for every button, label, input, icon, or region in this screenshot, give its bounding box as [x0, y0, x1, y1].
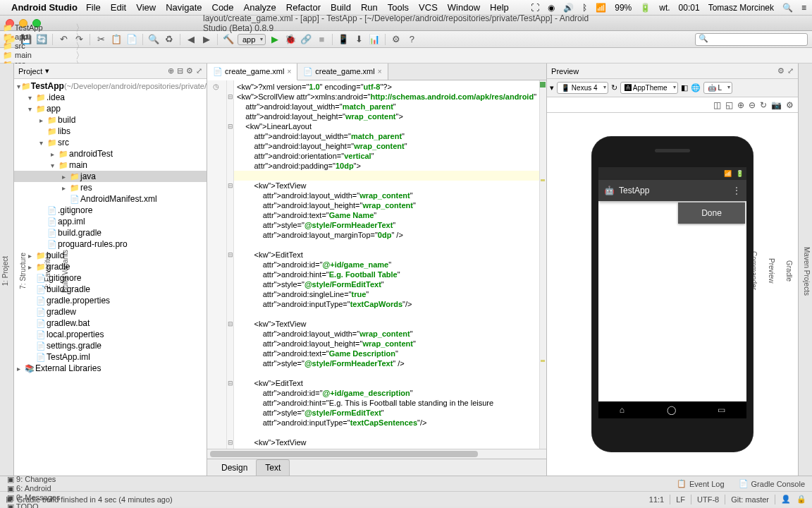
tree-node[interactable]: ▾📁 app [14, 103, 207, 114]
tree-node[interactable]: 📄 TestApp.iml [14, 351, 207, 363]
hide-icon[interactable]: ⤢ [787, 66, 794, 75]
event-log-tab[interactable]: 📋 Event Log [670, 479, 732, 488]
editor-tab[interactable]: 📄 create_game.xml × [297, 64, 388, 80]
menu-build[interactable]: Build [331, 2, 351, 13]
make-icon[interactable]: 🔨 [222, 33, 235, 46]
menu-view[interactable]: View [136, 2, 156, 13]
tree-node[interactable]: ▸📁 gradle [14, 261, 207, 272]
tree-node[interactable]: 📄 proguard-rules.pro [14, 238, 207, 250]
breadcrumb-seg[interactable]: 📁 app [0, 32, 85, 42]
cut-icon[interactable]: ✂ [94, 33, 107, 46]
tree-external-libs[interactable]: ▸📚 External Libraries [14, 363, 207, 374]
tree-node[interactable]: 📄 gradle.properties [14, 295, 207, 306]
zoom-in-icon[interactable]: ⊕ [737, 100, 744, 110]
menu-code[interactable]: Code [212, 2, 234, 13]
wifi-icon[interactable]: 📶 [596, 3, 606, 13]
run-config-selector[interactable]: app [238, 34, 266, 45]
help-icon[interactable]: ? [405, 33, 418, 46]
menu-edit[interactable]: Edit [111, 2, 126, 13]
tree-node[interactable]: 📄 build.gradle [14, 284, 207, 295]
bluetooth-icon[interactable]: ᛒ [582, 3, 587, 13]
gradle-console-tab[interactable]: 📄 Gradle Console [732, 479, 812, 488]
tree-node[interactable]: 📄 app.iml [14, 216, 207, 227]
settings-icon[interactable]: ⚙ [186, 66, 193, 75]
tree-node[interactable]: ▸📁 build [14, 114, 207, 126]
breadcrumb-seg[interactable]: 📁 main [0, 51, 85, 60]
horizontal-scrollbar[interactable] [207, 449, 546, 459]
menu-vcs[interactable]: VCS [419, 2, 438, 13]
tree-node[interactable]: ▾📁 src [14, 137, 207, 148]
line-ending[interactable]: LF [676, 495, 685, 504]
search-everywhere[interactable] [695, 33, 808, 46]
tree-node[interactable]: ▸📁 res [14, 182, 207, 193]
rail-project[interactable]: 1: Project [0, 253, 11, 289]
text-tab[interactable]: Text [256, 459, 290, 476]
tree-node[interactable]: 📄 .gitignore [14, 205, 207, 216]
spotlight-icon[interactable]: 🔍 [782, 3, 793, 13]
zoom-fit-icon[interactable]: ◫ [713, 100, 721, 110]
project-tree[interactable]: ▾📁 TestApp (~/Developer/android/reposito… [14, 79, 207, 476]
screenshot-icon[interactable]: 📷 [771, 100, 782, 110]
rail-maven[interactable]: Maven Projects [801, 244, 812, 298]
project-structure-icon[interactable]: ⚙ [390, 33, 402, 46]
settings2-icon[interactable]: ⚙ [786, 100, 794, 110]
tree-root[interactable]: ▾📁 TestApp (~/Developer/android/reposito… [14, 80, 207, 92]
menu-run[interactable]: Run [361, 2, 378, 13]
tree-node[interactable]: 📄 AndroidManifest.xml [14, 193, 207, 205]
close-tab-icon[interactable]: × [378, 68, 382, 75]
encoding[interactable]: UTF-8 [697, 495, 719, 504]
volume-icon[interactable]: 🔊 [563, 3, 574, 13]
back-icon[interactable]: ◀ [185, 33, 197, 46]
debug-button[interactable]: 🐞 [284, 33, 297, 46]
git-branch[interactable]: Git: master [731, 495, 769, 504]
user-name[interactable]: Tomasz Morcinek [708, 3, 774, 13]
zoom-out-icon[interactable]: ⊖ [749, 100, 756, 110]
tree-node[interactable]: ▸📁 build [14, 250, 207, 261]
hide-icon[interactable]: ⤢ [196, 66, 202, 75]
theme-selector[interactable]: 🅰 AppTheme [620, 82, 678, 94]
tree-node[interactable]: 📄 build.gradle [14, 227, 207, 238]
zoom-actual-icon[interactable]: ◱ [725, 100, 733, 110]
collapse-all-icon[interactable]: ⊟ [177, 66, 183, 75]
device-selector[interactable]: 📱 Nexus 4 [557, 82, 608, 94]
fullscreen-icon[interactable]: ⛶ [531, 3, 539, 13]
ddms-icon[interactable]: 📊 [368, 33, 381, 46]
tree-node[interactable]: 📄 local.properties [14, 329, 207, 340]
sdk-icon[interactable]: ⬇ [352, 33, 365, 46]
menu-file[interactable]: File [86, 2, 101, 13]
app-name[interactable]: Android Studio [11, 2, 78, 13]
preview-refresh-icon[interactable]: ▾ [550, 83, 554, 92]
menu-help[interactable]: Help [490, 2, 509, 13]
tree-node[interactable]: ▾📁 .idea [14, 92, 207, 103]
api-selector[interactable]: 🤖 L [703, 82, 732, 94]
code-body[interactable]: <kw">?xml version="1.0" encoding="utf-8"… [234, 80, 539, 449]
locale-icon[interactable]: 🌐 [691, 83, 701, 92]
editor-tab[interactable]: 📄 create_game.xml × [207, 64, 297, 80]
copy-icon[interactable]: 📋 [110, 33, 123, 46]
rail-gradle[interactable]: Gradle [784, 258, 794, 284]
stop-button[interactable]: ■ [315, 33, 328, 46]
paste-icon[interactable]: 📄 [125, 33, 138, 46]
notifications-icon[interactable]: ≡ [801, 3, 806, 13]
tree-node[interactable]: ▸📁 androidTest [14, 148, 207, 159]
menu-navigate[interactable]: Navigate [166, 2, 202, 13]
quicktime-icon[interactable]: ◉ [548, 3, 555, 13]
settings-icon[interactable]: ⚙ [777, 66, 785, 75]
tree-node[interactable]: 📁 libs [14, 126, 207, 137]
lock-icon[interactable]: 🔒 [796, 495, 806, 504]
replace-icon[interactable]: ♻ [163, 33, 176, 46]
menu-tools[interactable]: Tools [388, 2, 409, 13]
activity-icon[interactable]: ◧ [681, 83, 688, 92]
rail-preview[interactable]: Preview [766, 255, 777, 286]
orientation-icon[interactable]: ↻ [611, 83, 617, 92]
refresh-icon[interactable]: ↻ [760, 100, 767, 110]
tool-window-icon[interactable]: ▣ [6, 495, 13, 504]
inspection-icon[interactable]: ◷ [213, 82, 221, 90]
bottom-tab[interactable]: ▣ 6: Android [0, 484, 76, 493]
menu-analyze[interactable]: Analyze [244, 2, 276, 13]
hector-icon[interactable]: 👤 [781, 495, 791, 504]
close-tab-icon[interactable]: × [287, 68, 291, 75]
battery-icon[interactable]: 🔋 [640, 3, 651, 13]
tree-node[interactable]: 📄 gradlew.bat [14, 318, 207, 329]
design-tab[interactable]: Design [213, 460, 256, 476]
